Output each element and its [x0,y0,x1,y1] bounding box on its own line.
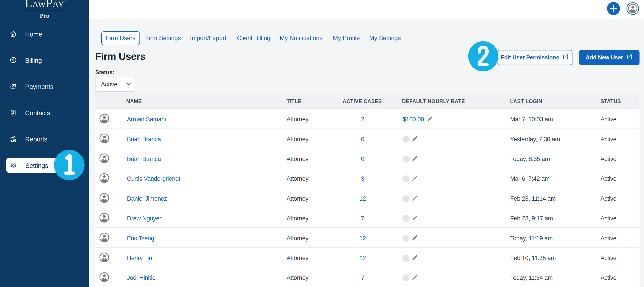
svg-text:$: $ [12,58,14,62]
